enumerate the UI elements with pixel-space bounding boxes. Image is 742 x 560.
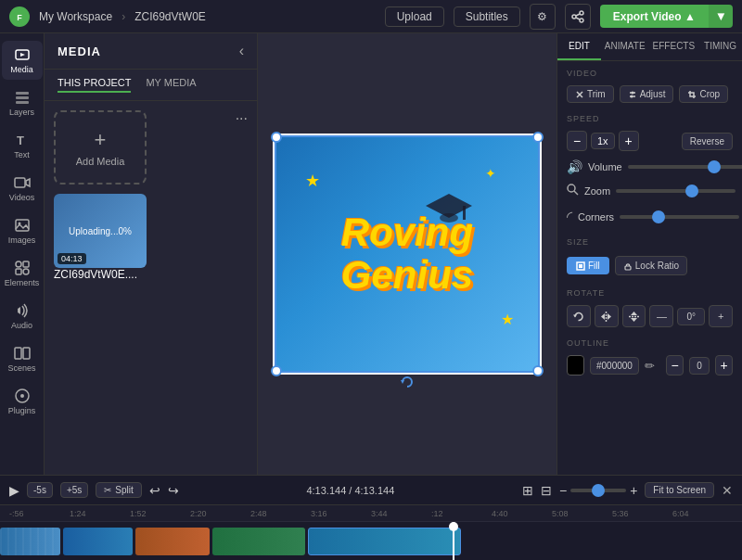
sidebar-item-scenes[interactable]: Scenes — [2, 339, 43, 378]
corners-slider[interactable] — [620, 215, 739, 219]
current-time-display: 4:13.144 / 4:13.144 — [306, 485, 394, 496]
svg-marker-8 — [20, 53, 25, 57]
svg-marker-45 — [631, 312, 637, 315]
upload-button[interactable]: Upload — [385, 6, 444, 27]
timeline-clip-1[interactable] — [0, 528, 60, 555]
sidebar-item-videos[interactable]: Videos — [2, 169, 43, 208]
layout-icon-1[interactable]: ⊞ — [522, 483, 533, 498]
add-media-button[interactable]: + Add Media — [54, 110, 147, 185]
tab-this-project[interactable]: THIS PROJECT — [58, 77, 131, 93]
export-dropdown-arrow[interactable]: ▼ — [709, 5, 733, 28]
settings-icon[interactable]: ⚙ — [530, 4, 556, 30]
speed-increase-button[interactable]: + — [619, 131, 639, 151]
svg-point-17 — [16, 261, 21, 267]
rotate-handle[interactable] — [400, 375, 415, 393]
collapse-panel-button[interactable]: ‹ — [239, 43, 244, 59]
share-icon[interactable] — [565, 4, 591, 30]
video-section-label: VIDEO — [557, 61, 742, 82]
canvas-frame[interactable]: ★ ✦ ★ Roving Ge — [273, 134, 542, 375]
sidebar-item-layers[interactable]: Layers — [2, 83, 43, 122]
left-sidebar: Media Layers T Text Videos Images Elemen… — [0, 33, 45, 475]
svg-text:F: F — [17, 13, 22, 22]
timeline-tracks[interactable] — [0, 522, 742, 560]
tab-edit[interactable]: EDIT — [557, 33, 601, 60]
tab-animate[interactable]: ANIMATE — [601, 33, 649, 60]
outline-color-swatch[interactable] — [567, 355, 584, 375]
trim-button[interactable]: Trim — [567, 85, 614, 103]
lock-ratio-button[interactable]: Lock Ratio — [615, 256, 687, 275]
timeline-clip-4[interactable] — [212, 528, 305, 555]
svg-rect-26 — [463, 206, 466, 220]
sidebar-item-plugins[interactable]: Plugins — [2, 382, 43, 421]
play-button[interactable]: ▶ — [9, 483, 19, 498]
timeline-clip-5[interactable] — [308, 528, 461, 555]
rotate-minus-button[interactable]: — — [649, 305, 673, 327]
right-panel: EDIT ANIMATE EFFECTS TIMING VIDEO Trim A… — [556, 33, 742, 475]
scissors-icon: ✂ — [104, 485, 111, 495]
sidebar-item-media[interactable]: Media — [2, 41, 43, 80]
project-name: ZCI69dVtW0E — [134, 10, 206, 23]
breadcrumb-sep: › — [122, 10, 125, 23]
speed-decrease-button[interactable]: − — [567, 131, 587, 151]
canvas-area[interactable]: ★ ✦ ★ Roving Ge — [258, 33, 556, 475]
outline-hex-value[interactable]: #000000 — [590, 357, 639, 375]
subtitles-button[interactable]: Subtitles — [454, 6, 520, 27]
flip-v-button[interactable] — [622, 305, 646, 327]
right-panel-tabs: EDIT ANIMATE EFFECTS TIMING — [557, 33, 742, 61]
svg-point-24 — [20, 394, 24, 398]
skip-fwd-button[interactable]: +5s — [60, 482, 88, 498]
zoom-slider-timeline[interactable] — [570, 489, 626, 492]
topbar: F My Workspace › ZCI69dVtW0E Upload Subt… — [0, 0, 742, 33]
svg-line-6 — [576, 18, 580, 19]
svg-marker-43 — [608, 313, 611, 320]
outline-section-label: OUTLINE — [557, 331, 742, 351]
playhead[interactable] — [453, 522, 454, 560]
fit-to-screen-button[interactable]: Fit to Screen — [645, 482, 714, 498]
flip-h-button[interactable] — [595, 305, 619, 327]
svg-point-33 — [631, 91, 633, 94]
corners-label: Corners — [578, 211, 614, 223]
outline-decrease-button[interactable]: − — [666, 355, 684, 375]
tab-effects[interactable]: EFFECTS — [649, 33, 699, 60]
outline-increase-button[interactable]: + — [715, 355, 733, 375]
split-button[interactable]: ✂ Split — [96, 482, 141, 498]
svg-marker-28 — [401, 380, 404, 384]
workspace-label[interactable]: My Workspace — [39, 10, 112, 23]
media-panel-header: MEDIA ‹ — [45, 33, 257, 70]
reverse-button[interactable]: Reverse — [682, 133, 733, 150]
adjust-button[interactable]: Adjust — [620, 85, 674, 103]
export-button[interactable]: Export Video ▲ — [600, 5, 709, 28]
tab-timing[interactable]: TIMING — [698, 33, 742, 60]
volume-slider[interactable] — [628, 165, 742, 169]
media-clip-thumbnail[interactable]: Uploading...0% 04:13 — [54, 194, 147, 268]
zoom-icon — [567, 184, 579, 198]
rotate-plus-button[interactable]: + — [709, 305, 733, 327]
sidebar-item-text[interactable]: T Text — [2, 126, 43, 165]
fill-button[interactable]: Fill — [567, 257, 609, 274]
undo-button[interactable]: ↩ — [149, 483, 160, 498]
svg-rect-39 — [625, 266, 631, 270]
layout-icon-2[interactable]: ⊟ — [541, 483, 552, 498]
redo-button[interactable]: ↪ — [168, 483, 179, 498]
zoom-slider[interactable] — [616, 189, 736, 193]
zoom-in-button[interactable]: + — [630, 483, 637, 498]
main-area: Media Layers T Text Videos Images Elemen… — [0, 33, 742, 475]
tab-my-media[interactable]: MY MEDIA — [146, 77, 196, 93]
timeline-controls-bar: ▶ -5s +5s ✂ Split ↩ ↪ 4:13.144 / 4:13.14… — [0, 476, 742, 505]
crop-button[interactable]: Crop — [679, 85, 728, 103]
close-timeline-button[interactable]: ✕ — [722, 483, 733, 498]
svg-point-2 — [580, 11, 583, 15]
timeline-clip-3[interactable] — [135, 528, 210, 555]
add-icon: + — [95, 128, 107, 152]
pen-button[interactable]: ✏ — [645, 359, 655, 373]
svg-point-4 — [580, 19, 583, 22]
skip-back-button[interactable]: -5s — [27, 482, 53, 498]
zoom-out-button[interactable]: − — [559, 483, 567, 498]
rotate-controls: — 0° + — [557, 301, 742, 331]
rotate-ccw-button[interactable] — [567, 305, 591, 327]
media-more-button[interactable]: ··· — [236, 110, 248, 127]
sidebar-item-images[interactable]: Images — [2, 211, 43, 250]
sidebar-item-elements[interactable]: Elements — [2, 254, 43, 293]
sidebar-item-audio[interactable]: Audio — [2, 297, 43, 336]
timeline-clip-2[interactable] — [63, 528, 133, 555]
